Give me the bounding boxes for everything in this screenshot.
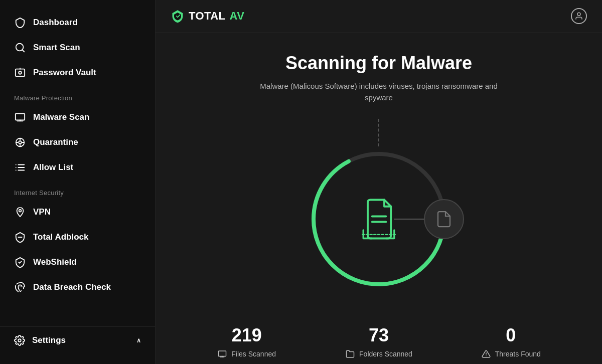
user-icon [574,12,583,21]
sidebar-item-quarantine[interactable]: Quarantine [0,130,155,155]
folders-scanned-label: Folders Scanned [359,350,412,358]
adblock-icon [14,231,26,243]
scan-visual-area [171,123,587,315]
settings-item[interactable]: Settings ∧ [0,326,155,354]
sidebar-item-webshield-label: WebShield [33,257,77,267]
threats-found-label: Threats Found [495,350,541,358]
internet-section-label: Internet Security [0,180,155,200]
malware-scan-icon [14,111,26,123]
sidebar-item-allow-list-label: Allow List [33,162,73,172]
app-logo: TOTALAV [171,9,244,23]
settings-label: Settings [32,335,66,345]
file-scan-svg [351,192,406,247]
scan-content: Scanning for Malware Malware (Malicous S… [156,33,602,364]
threats-found-value: 0 [506,325,516,346]
sidebar-item-allow-list[interactable]: Allow List [0,155,155,180]
sidebar-item-total-adblock[interactable]: Total Adblock [0,225,155,250]
vpn-icon [14,206,26,218]
bubble-circle [424,199,464,239]
quarantine-icon [14,136,26,148]
stat-files-scanned: 219 Files Scanned [181,325,313,359]
scan-subtitle: Malware (Malicous Software) includes vir… [253,81,504,103]
logo-text-total: TOTAL [189,10,226,23]
sidebar-item-dashboard-label: Dashboard [33,18,78,28]
logo-shield-icon [171,9,185,23]
sidebar-item-data-breach[interactable]: Data Breach Check [0,275,155,300]
sidebar-item-quarantine-label: Quarantine [33,137,78,147]
stats-row: 219 Files Scanned 73 [171,315,587,364]
scan-file-icon [349,189,409,249]
sidebar-item-malware-scan[interactable]: Malware Scan [0,105,155,130]
malware-section-label: Malware Protection [0,85,155,105]
threats-found-icon [481,349,491,359]
webshield-icon [14,256,26,268]
sidebar-item-webshield[interactable]: WebShield [0,250,155,275]
search-icon [14,42,26,54]
folders-scanned-label-row: Folders Scanned [345,349,412,359]
scan-circle [309,149,449,289]
sidebar-item-vpn-label: VPN [33,207,51,217]
svg-point-9 [19,141,22,144]
user-profile-button[interactable] [571,8,587,24]
sidebar-item-smart-scan-label: Smart Scan [33,43,80,53]
stat-folders-scanned: 73 Folders Scanned [313,325,444,359]
main-content: TOTALAV Scanning for Malware Malware (Ma… [156,0,602,364]
scan-title: Scanning for Malware [285,53,472,74]
allow-list-icon [14,161,26,173]
files-scanned-value: 219 [232,325,262,346]
sidebar-item-data-breach-label: Data Breach Check [33,282,111,292]
svg-rect-2 [16,69,25,77]
svg-point-19 [577,13,580,16]
files-scanned-label-row: Files Scanned [217,349,276,359]
svg-point-16 [19,210,22,212]
dashed-connector [378,119,379,146]
settings-chevron-icon: ∧ [136,337,141,344]
threats-found-label-row: Threats Found [481,349,541,359]
sidebar-item-smart-scan[interactable]: Smart Scan [0,35,155,60]
svg-point-18 [18,339,21,342]
sidebar-item-malware-scan-label: Malware Scan [33,112,89,122]
stat-threats-found: 0 Threats Found [445,325,577,359]
svg-point-3 [19,71,22,74]
folders-scanned-value: 73 [369,325,389,346]
settings-icon [14,335,25,346]
sidebar-item-vpn[interactable]: VPN [0,200,155,225]
app-header: TOTALAV [156,0,602,33]
logo-text-av: AV [230,10,245,23]
bubble-file-icon [435,210,453,228]
sidebar-item-password-vault-label: Password Vault [33,68,96,78]
svg-rect-5 [16,114,25,120]
shield-icon [14,17,26,29]
sidebar-item-dashboard[interactable]: Dashboard [0,10,155,35]
sidebar-item-adblock-label: Total Adblock [33,232,89,242]
files-scanned-icon [217,349,227,359]
fingerprint-icon [14,281,26,293]
sidebar-item-password-vault[interactable]: Password Vault [0,60,155,85]
svg-line-1 [22,50,24,52]
svg-rect-25 [219,351,226,356]
folders-scanned-icon [345,349,355,359]
files-scanned-label: Files Scanned [231,350,276,358]
vault-icon [14,67,26,79]
sidebar: Dashboard Smart Scan Password Vault Malw… [0,0,156,364]
